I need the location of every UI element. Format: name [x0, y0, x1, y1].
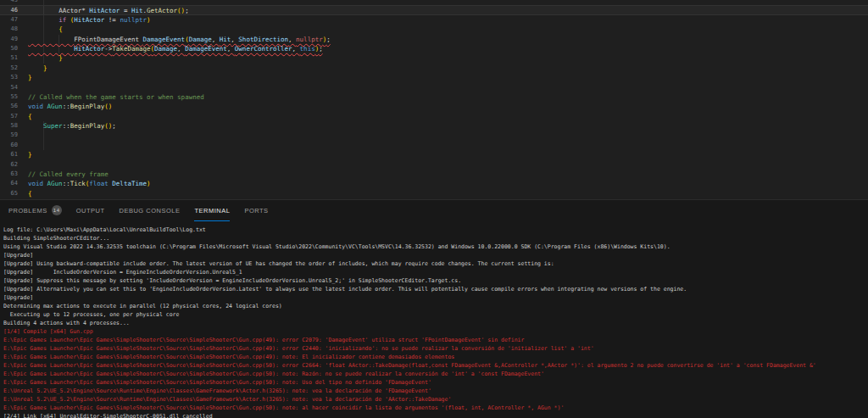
line-number[interactable]: 61 [0, 150, 28, 159]
terminal-line: Executing up to 12 processes, one per ph… [3, 310, 868, 319]
code-line[interactable]: 51 } [0, 53, 868, 63]
indent-guide [43, 35, 44, 44]
panel-tab-bar: PROBLEMS14OUTPUTDEBUG CONSOLETERMINALPOR… [0, 200, 868, 221]
indent-guide [58, 44, 59, 53]
terminal-line-error: E:\Epic Games Launcher\Epic Games\Simple… [3, 378, 868, 387]
code-lines: 4546 AActor* HitActor = Hit.GetActor();4… [0, 0, 868, 198]
bottom-panel: PROBLEMS14OUTPUTDEBUG CONSOLETERMINALPOR… [0, 199, 868, 418]
line-number[interactable]: 62 [0, 160, 28, 170]
code-text: void AGun::BeginPlay() [28, 102, 112, 111]
indent-guide [43, 131, 44, 140]
line-number[interactable]: 49 [0, 35, 28, 44]
indent-guide [43, 44, 44, 53]
code-line[interactable]: 53} [0, 73, 868, 82]
code-text: AActor* HitActor = Hit.GetActor(); [28, 6, 189, 14]
code-line[interactable]: 54 [0, 83, 868, 92]
code-line[interactable]: 63// Called every frame [0, 170, 868, 179]
line-number[interactable]: 63 [0, 170, 28, 179]
line-number[interactable]: 57 [0, 112, 28, 121]
terminal-line: Using Visual Studio 2022 14.36.32535 too… [3, 242, 868, 251]
code-line[interactable]: 61} [0, 150, 868, 159]
line-number[interactable]: 56 [0, 102, 28, 111]
code-text: } [28, 53, 63, 63]
indent-guide [43, 6, 44, 14]
terminal-line: [2/4] Link [x64] UnrealEditor-SimpleShoo… [3, 412, 868, 418]
code-line[interactable]: 59 [0, 131, 868, 140]
code-text: // Called when the game starts or when s… [28, 92, 204, 102]
code-line[interactable]: 58 Super::BeginPlay(); [0, 121, 868, 131]
terminal-line: [Upgrade] Alternatively you can set this… [3, 285, 868, 293]
line-number[interactable]: 59 [0, 131, 28, 140]
terminal-line: [Upgrade] Using backward-compatible incl… [3, 259, 868, 268]
indent-guide [58, 35, 59, 44]
line-number[interactable]: 65 [0, 189, 28, 198]
error-squiggle: HitActor->TakeDamage(Damage, DamageEvent… [28, 45, 323, 53]
code-line[interactable]: 52 } [0, 64, 868, 73]
terminal-line-error: E:\Unreal 5.2\UE_5.2\Engine\Source\Runti… [3, 395, 868, 404]
panel-tab-debug-console[interactable]: DEBUG CONSOLE [120, 200, 181, 221]
error-squiggle: FPointDamageEvent DamageEvent(Damage, Hi… [28, 36, 331, 43]
line-number[interactable]: 52 [0, 64, 28, 73]
code-text: FPointDamageEvent DamageEvent(Damage, Hi… [28, 35, 331, 44]
code-line[interactable]: 49 FPointDamageEvent DamageEvent(Damage,… [0, 35, 868, 44]
line-number[interactable]: 60 [0, 141, 28, 150]
terminal-line: [Upgrade] Suppress this message by setti… [3, 276, 868, 285]
code-line[interactable]: 47 if (HitActor != nullptr) [0, 15, 868, 25]
terminal-line-error: E:\Unreal 5.2\UE_5.2\Engine\Source\Runti… [3, 387, 868, 395]
terminal-line-error: E:\Epic Games Launcher\Epic Games\Simple… [3, 404, 868, 412]
terminal-line: Log file: C:\Users\Maxi\AppData\Local\Un… [3, 226, 868, 234]
code-text: void AGun::Tick(float DeltaTime) [28, 179, 151, 188]
problems-count-badge: 14 [52, 205, 62, 215]
panel-tab-label: TERMINAL [194, 207, 230, 215]
line-number[interactable]: 51 [0, 53, 28, 63]
code-line[interactable]: 65{ [0, 189, 868, 198]
terminal-line: Determining max actions to execute in pa… [3, 302, 868, 310]
panel-tab-label: PORTS [244, 207, 268, 215]
line-number[interactable]: 58 [0, 121, 28, 131]
code-text: { [28, 189, 32, 198]
code-line[interactable]: 60 [0, 141, 868, 150]
line-number[interactable]: 55 [0, 92, 28, 102]
indent-guide [43, 121, 44, 131]
line-number[interactable]: 47 [0, 15, 28, 25]
code-text: Super::BeginPlay(); [28, 121, 116, 131]
code-line[interactable]: 64void AGun::Tick(float DeltaTime) [0, 179, 868, 188]
line-number[interactable]: 48 [0, 25, 28, 34]
code-text: { [28, 112, 32, 121]
code-editor[interactable]: 4546 AActor* HitActor = Hit.GetActor();4… [0, 0, 868, 199]
panel-tab-output[interactable]: OUTPUT [76, 200, 105, 221]
line-number[interactable]: 50 [0, 44, 28, 53]
code-line[interactable]: 46 AActor* HitActor = Hit.GetActor(); [0, 5, 868, 14]
terminal-line-error: E:\Epic Games Launcher\Epic Games\Simple… [3, 370, 868, 378]
line-number[interactable]: 53 [0, 73, 28, 82]
code-line[interactable]: 56void AGun::BeginPlay() [0, 102, 868, 111]
code-line[interactable]: 57{ [0, 112, 868, 121]
indent-guide [43, 15, 44, 25]
panel-tab-terminal[interactable]: TERMINAL [194, 200, 230, 221]
line-number[interactable]: 64 [0, 179, 28, 188]
terminal-line-error: E:\Epic Games Launcher\Epic Games\Simple… [3, 353, 868, 361]
terminal-line-error: [1/4] Compile [x64] Gun.cpp [3, 327, 868, 336]
terminal-line: [Upgrade] [3, 251, 868, 259]
terminal-line: [Upgrade] IncludeOrderVersion = EngineIn… [3, 268, 868, 276]
terminal-line-error: E:\Epic Games Launcher\Epic Games\Simple… [3, 336, 868, 344]
code-line[interactable]: 50 HitActor->TakeDamage(Damage, DamageEv… [0, 44, 868, 53]
panel-tab-label: DEBUG CONSOLE [120, 207, 181, 215]
panel-tab-problems[interactable]: PROBLEMS14 [8, 200, 62, 221]
line-number[interactable]: 46 [0, 6, 28, 14]
panel-tab-label: PROBLEMS [8, 207, 47, 215]
terminal-output[interactable]: Log file: C:\Users\Maxi\AppData\Local\Un… [0, 221, 868, 418]
code-text: // Called every frame [28, 170, 108, 179]
indent-guide [43, 25, 44, 34]
code-line[interactable]: 55// Called when the game starts or when… [0, 92, 868, 102]
line-number[interactable]: 54 [0, 83, 28, 92]
panel-tab-ports[interactable]: PORTS [244, 200, 268, 221]
indent-guide [43, 141, 44, 150]
terminal-line: Building SimpleShooterCEditor... [3, 234, 868, 242]
code-text: HitActor->TakeDamage(Damage, DamageEvent… [28, 44, 323, 53]
indent-guide [43, 53, 44, 63]
code-text: } [28, 150, 32, 159]
panel-tab-label: OUTPUT [76, 207, 105, 215]
code-line[interactable]: 48 { [0, 25, 868, 34]
code-line[interactable]: 62 [0, 160, 868, 170]
